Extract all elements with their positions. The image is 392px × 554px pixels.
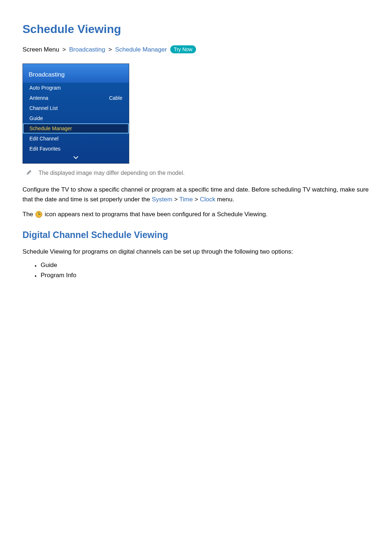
clock-icon bbox=[35, 211, 42, 218]
osd-panel: Broadcasting Auto Program Antenna Cable … bbox=[23, 63, 129, 164]
link-clock[interactable]: Clock bbox=[200, 196, 216, 203]
breadcrumb-schedule-manager[interactable]: Schedule Manager bbox=[115, 46, 167, 53]
osd-row-edit-favorites[interactable]: Edit Favorites bbox=[23, 144, 129, 154]
sep: > bbox=[174, 196, 178, 203]
osd-row-label: Channel List bbox=[29, 105, 58, 111]
options-list: Guide Program Info bbox=[40, 262, 370, 279]
osd-header: Broadcasting bbox=[23, 64, 129, 83]
breadcrumb: Screen Menu > Broadcasting > Schedule Ma… bbox=[23, 45, 370, 53]
breadcrumb-sep: > bbox=[62, 46, 66, 53]
try-now-badge[interactable]: Try Now bbox=[170, 45, 196, 53]
digital-channel-subhead: Digital Channel Schedule Viewing bbox=[23, 230, 370, 240]
para-text: The bbox=[23, 209, 33, 219]
osd-row-channel-list[interactable]: Channel List bbox=[23, 103, 129, 113]
options-intro: Schedule Viewing for programs on digital… bbox=[23, 247, 370, 257]
chevron-down-icon[interactable] bbox=[23, 154, 129, 163]
icon-paragraph: The icon appears next to programs that h… bbox=[23, 209, 370, 219]
osd-row-label: Guide bbox=[29, 115, 43, 121]
osd-row-label: Edit Favorites bbox=[29, 146, 61, 152]
config-paragraph: Configure the TV to show a specific chan… bbox=[23, 185, 370, 204]
breadcrumb-prefix: Screen Menu bbox=[23, 46, 59, 53]
osd-row-guide[interactable]: Guide bbox=[23, 113, 129, 123]
model-note-text: The displayed image may differ depending… bbox=[38, 170, 185, 176]
para-text: icon appears next to programs that have … bbox=[45, 209, 268, 219]
breadcrumb-sep: > bbox=[109, 46, 112, 53]
osd-row-label: Antenna bbox=[29, 95, 48, 101]
pencil-icon bbox=[26, 169, 32, 177]
list-item: Guide bbox=[40, 262, 370, 269]
list-item: Program Info bbox=[40, 272, 370, 279]
osd-row-label: Auto Program bbox=[29, 85, 61, 91]
osd-row-edit-channel[interactable]: Edit Channel bbox=[23, 134, 129, 144]
osd-row-auto-program[interactable]: Auto Program bbox=[23, 83, 129, 93]
osd-row-label: Schedule Manager bbox=[29, 126, 72, 131]
osd-row-schedule-manager[interactable]: Schedule Manager bbox=[23, 123, 129, 134]
para-text: menu. bbox=[215, 196, 234, 203]
sep: > bbox=[195, 196, 198, 203]
breadcrumb-broadcasting[interactable]: Broadcasting bbox=[69, 46, 105, 53]
link-system[interactable]: System bbox=[152, 196, 172, 203]
link-time[interactable]: Time bbox=[179, 196, 193, 203]
model-note: The displayed image may differ depending… bbox=[23, 169, 370, 177]
osd-row-antenna[interactable]: Antenna Cable bbox=[23, 93, 129, 103]
osd-row-label: Edit Channel bbox=[29, 136, 58, 141]
page-title: Schedule Viewing bbox=[23, 22, 370, 36]
osd-row-value: Cable bbox=[109, 95, 122, 101]
